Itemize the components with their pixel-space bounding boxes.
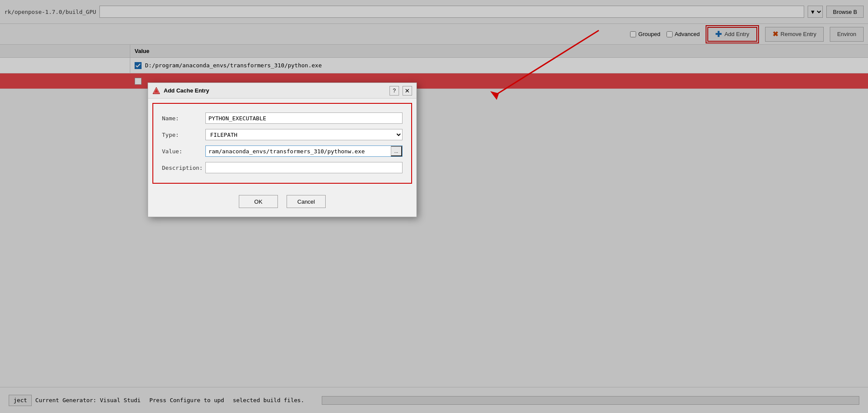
dialog-help-button[interactable]: ?: [389, 86, 399, 96]
description-input[interactable]: [205, 162, 403, 173]
dialog-title-left: Add Cache Entry: [152, 87, 209, 95]
type-select[interactable]: BOOLPATHFILEPATHSTRINGINTERNAL: [205, 129, 403, 140]
description-label: Description:: [162, 165, 205, 171]
type-label: Type:: [162, 132, 205, 138]
value-browse-button[interactable]: ...: [391, 146, 402, 156]
modal-overlay: Add Cache Entry ? ✕ Name: Type: BOOLPATH…: [0, 0, 868, 413]
add-cache-entry-dialog: Add Cache Entry ? ✕ Name: Type: BOOLPATH…: [148, 83, 417, 217]
description-row: Description:: [162, 162, 403, 173]
cmake-logo-icon: [152, 87, 160, 95]
dialog-titlebar: Add Cache Entry ? ✕: [148, 83, 416, 99]
value-input[interactable]: [206, 146, 391, 156]
dialog-buttons: OK Cancel: [148, 188, 416, 217]
dialog-close-button[interactable]: ✕: [403, 86, 412, 96]
dialog-title-right: ? ✕: [389, 86, 412, 96]
dialog-title-text: Add Cache Entry: [164, 87, 209, 94]
red-arrow-indicator: [482, 26, 612, 113]
ok-button[interactable]: OK: [239, 195, 278, 208]
cancel-button[interactable]: Cancel: [287, 195, 326, 208]
value-label: Value:: [162, 148, 205, 155]
svg-line-0: [495, 30, 599, 96]
cmake-window: rk/openpose-1.7.0/build_GPU ▼ Browse B G…: [0, 0, 868, 413]
dialog-form: Name: Type: BOOLPATHFILEPATHSTRINGINTERN…: [152, 103, 412, 184]
type-row: Type: BOOLPATHFILEPATHSTRINGINTERNAL: [162, 129, 403, 140]
name-row: Name:: [162, 112, 403, 124]
value-row: Value: ...: [162, 145, 403, 157]
name-input[interactable]: [205, 112, 403, 124]
svg-marker-1: [490, 91, 499, 100]
value-wrapper: ...: [205, 145, 403, 157]
name-label: Name:: [162, 115, 205, 122]
